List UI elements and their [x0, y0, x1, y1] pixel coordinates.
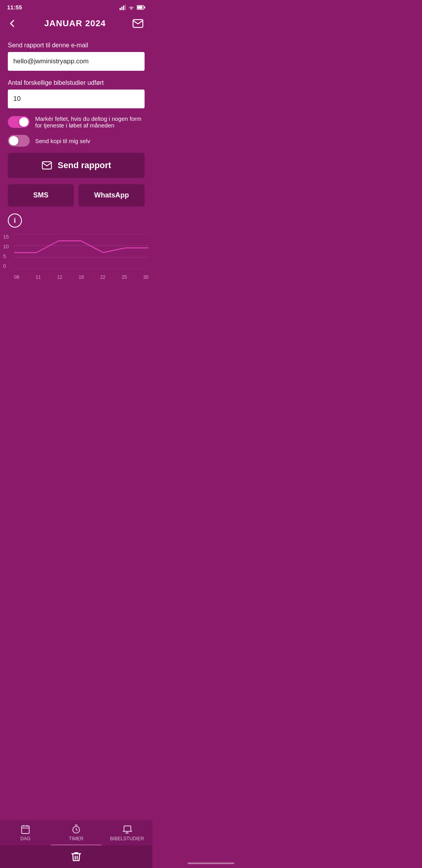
status-bar: 11:55 — [0, 0, 152, 13]
chart-x-labels: 08 11 12 16 22 25 30 — [14, 274, 148, 280]
x-label-08: 08 — [14, 274, 19, 280]
chart-y-labels: 15 10 5 0 — [3, 234, 9, 269]
x-label-30: 30 — [143, 274, 148, 280]
y-label-10: 10 — [3, 244, 9, 249]
toggle1-thumb — [19, 117, 29, 127]
toggle1-row: Markér feltet, hvis du deltog i nogen fo… — [8, 115, 145, 129]
svg-rect-2 — [123, 5, 124, 10]
info-button[interactable]: i — [8, 213, 22, 228]
send-rapport-button[interactable]: Send rapport — [8, 153, 145, 178]
chart-area: 15 10 5 0 08 11 12 16 22 25 30 — [0, 231, 152, 282]
signal-icon — [120, 5, 126, 10]
chart-svg — [14, 234, 148, 269]
svg-rect-3 — [125, 5, 126, 10]
toggle2-thumb — [9, 136, 18, 145]
toggle2-label: Send kopi til mig selv — [35, 138, 145, 144]
share-buttons-container: SMS WhatsApp — [8, 184, 145, 206]
info-row: i — [8, 213, 145, 231]
sms-button[interactable]: SMS — [8, 184, 74, 206]
studies-section-label: Antal forskellige bibelstudier udført — [8, 79, 145, 86]
svg-rect-0 — [120, 8, 121, 10]
wifi-icon — [128, 5, 134, 10]
email-section-label: Send rapport til denne e-mail — [8, 42, 145, 49]
x-label-22: 22 — [100, 274, 105, 280]
x-label-11: 11 — [36, 274, 41, 280]
email-input[interactable] — [8, 52, 145, 71]
send-email-icon — [41, 160, 52, 171]
studies-input[interactable] — [8, 90, 145, 108]
y-label-15: 15 — [3, 234, 9, 240]
form-content: Send rapport til denne e-mail Antal fors… — [0, 37, 152, 231]
svg-rect-1 — [122, 7, 123, 10]
whatsapp-label: WhatsApp — [94, 191, 129, 199]
y-label-0: 0 — [3, 263, 9, 269]
whatsapp-button[interactable]: WhatsApp — [79, 184, 145, 206]
send-rapport-label: Send rapport — [58, 160, 111, 170]
email-icon-button[interactable] — [130, 15, 146, 32]
email-icon — [132, 18, 144, 29]
toggle2-row: Send kopi til mig selv — [8, 135, 145, 147]
svg-rect-6 — [144, 6, 145, 8]
battery-icon — [137, 5, 145, 10]
svg-rect-5 — [138, 6, 143, 9]
y-label-5: 5 — [3, 253, 9, 259]
back-icon — [7, 18, 17, 29]
sms-label: SMS — [33, 191, 48, 199]
x-label-12: 12 — [57, 274, 62, 280]
header: JANUAR 2024 — [0, 13, 152, 37]
time: 11:55 — [7, 4, 22, 11]
x-label-25: 25 — [122, 274, 127, 280]
status-icons — [120, 5, 145, 10]
toggle1-label: Markér feltet, hvis du deltog i nogen fo… — [35, 115, 145, 129]
page-title: JANUAR 2024 — [44, 18, 106, 29]
back-button[interactable] — [4, 15, 20, 32]
x-label-16: 16 — [79, 274, 84, 280]
toggle2[interactable] — [8, 135, 30, 147]
toggle1[interactable] — [8, 116, 30, 128]
